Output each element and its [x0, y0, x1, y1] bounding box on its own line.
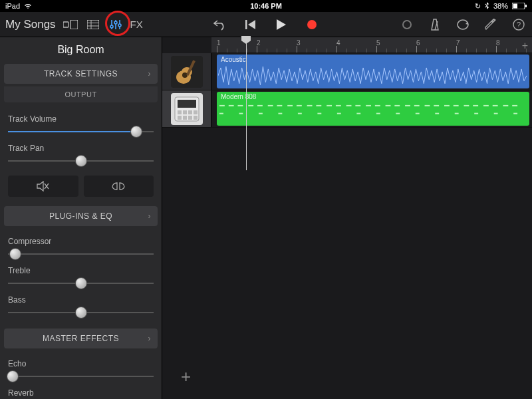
svg-rect-54	[375, 105, 380, 106]
svg-rect-29	[178, 100, 196, 108]
svg-rect-36	[188, 116, 192, 120]
svg-rect-67	[503, 105, 508, 106]
svg-rect-33	[194, 110, 198, 114]
svg-rect-60	[434, 105, 439, 106]
svg-rect-30	[178, 110, 182, 114]
master-label: MASTER EFFECTS	[43, 334, 119, 343]
svg-rect-64	[473, 105, 478, 106]
playhead[interactable]	[246, 37, 247, 170]
svg-rect-40	[238, 105, 243, 106]
reverb-label: Reverb	[8, 388, 154, 398]
svg-rect-5	[87, 20, 99, 29]
svg-rect-62	[454, 105, 459, 106]
tracks-view-icon[interactable]	[85, 17, 101, 33]
svg-rect-34	[178, 116, 182, 120]
track-header-drums[interactable]	[162, 90, 211, 127]
svg-rect-72	[278, 113, 282, 114]
song-title: Big Room	[0, 37, 162, 61]
svg-rect-37	[194, 116, 198, 120]
mute-button[interactable]	[8, 176, 78, 197]
track-volume-label: Track Volume	[8, 114, 154, 124]
chevron-right-icon: ›	[148, 69, 152, 78]
svg-rect-80	[435, 113, 439, 114]
midi-notes-icon	[219, 101, 527, 124]
back-button[interactable]: My Songs	[5, 18, 56, 31]
svg-rect-57	[405, 105, 410, 106]
add-track-button[interactable]: +	[181, 366, 191, 387]
svg-rect-46	[297, 105, 302, 106]
master-header[interactable]: MASTER EFFECTS ›	[4, 329, 158, 348]
track-volume-slider[interactable]	[8, 125, 154, 138]
loop-button[interactable]	[455, 17, 471, 33]
audio-region[interactable]: Acoustic	[217, 55, 529, 88]
svg-rect-48	[316, 105, 321, 106]
battery-icon	[512, 3, 527, 9]
svg-rect-74	[317, 113, 321, 114]
marker-button[interactable]	[399, 17, 415, 33]
solo-button[interactable]	[84, 176, 154, 197]
svg-rect-70	[239, 113, 243, 114]
svg-rect-61	[444, 105, 450, 106]
sidebar: Big Room TRACK SETTINGS › OUTPUT Track V…	[0, 37, 162, 399]
bluetooth-icon	[485, 2, 489, 10]
track-row: Acoustic	[162, 53, 532, 90]
svg-rect-77	[376, 113, 380, 114]
svg-rect-65	[483, 105, 489, 106]
record-button[interactable]	[304, 17, 320, 33]
svg-rect-38	[219, 105, 225, 106]
bass-slider[interactable]	[8, 306, 154, 319]
track-header-guitar[interactable]	[162, 53, 211, 90]
settings-button[interactable]	[483, 17, 499, 33]
svg-rect-41	[248, 105, 253, 106]
svg-point-26	[182, 72, 188, 78]
waveform-icon	[218, 63, 528, 88]
metronome-button[interactable]	[427, 17, 443, 33]
fx-button[interactable]: FX	[130, 19, 143, 30]
track-settings-header[interactable]: TRACK SETTINGS ›	[4, 64, 158, 84]
svg-rect-75	[337, 113, 341, 114]
svg-rect-31	[183, 110, 187, 114]
track-area: + 12345678 Acoustic	[162, 37, 532, 399]
svg-rect-15	[245, 20, 247, 29]
plugins-header[interactable]: PLUG-INS & EQ ›	[4, 206, 158, 226]
svg-rect-47	[307, 105, 313, 106]
track-settings-label: TRACK SETTINGS	[44, 69, 118, 78]
rewind-button[interactable]	[243, 17, 259, 33]
svg-rect-50	[336, 105, 341, 106]
svg-point-17	[458, 20, 468, 29]
svg-rect-44	[277, 105, 282, 106]
compressor-slider[interactable]	[8, 247, 154, 261]
battery-percent: 38%	[493, 2, 508, 10]
add-section-button[interactable]: +	[522, 40, 528, 52]
svg-rect-56	[394, 105, 400, 106]
track-row: Modern 808	[162, 90, 532, 128]
timeline-ruler[interactable]: + 12345678	[211, 37, 532, 53]
orientation-lock-icon: ↻	[475, 2, 481, 11]
svg-rect-73	[298, 113, 302, 114]
drum-machine-icon	[171, 93, 203, 125]
status-bar: iPad 10:46 PM ↻ 38%	[0, 0, 532, 12]
mixer-icon[interactable]	[108, 17, 124, 33]
track-pan-slider[interactable]	[8, 154, 154, 168]
svg-rect-4	[70, 20, 78, 29]
treble-slider[interactable]	[8, 277, 154, 290]
play-button[interactable]	[273, 17, 289, 33]
undo-button[interactable]	[212, 17, 228, 33]
help-button[interactable]: ?	[511, 17, 527, 33]
svg-rect-39	[229, 105, 234, 106]
svg-rect-63	[464, 105, 469, 106]
chevron-right-icon: ›	[148, 334, 152, 343]
echo-slider[interactable]	[8, 370, 154, 383]
svg-rect-69	[219, 113, 223, 114]
wifi-icon	[24, 3, 32, 9]
svg-rect-43	[268, 105, 273, 106]
svg-rect-83	[494, 113, 498, 114]
echo-label: Echo	[8, 359, 154, 368]
midi-region[interactable]: Modern 808	[217, 92, 529, 126]
top-toolbar: My Songs FX	[0, 12, 532, 37]
browser-view-icon[interactable]	[63, 17, 78, 33]
svg-rect-2	[525, 5, 527, 7]
svg-rect-59	[425, 105, 430, 106]
compressor-label: Compressor	[8, 237, 154, 246]
svg-rect-84	[513, 113, 517, 114]
